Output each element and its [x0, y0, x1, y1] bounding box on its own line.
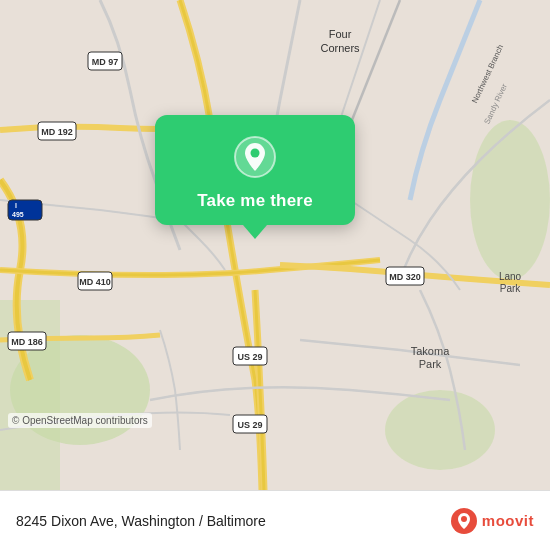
svg-text:MD 192: MD 192	[41, 127, 73, 137]
moovit-logo-icon	[450, 507, 478, 535]
navigate-popup[interactable]: Take me there	[155, 115, 355, 225]
bottom-bar: 8245 Dixon Ave, Washington / Baltimore m…	[0, 490, 550, 550]
copyright-text: © OpenStreetMap contributors	[8, 413, 152, 428]
svg-text:Park: Park	[419, 358, 442, 370]
svg-text:Takoma: Takoma	[411, 345, 450, 357]
svg-text:495: 495	[12, 211, 24, 218]
svg-text:MD 186: MD 186	[11, 337, 43, 347]
map-container[interactable]: MD 97 MD 192 MD 97 I 495 MD 410 MD 186 M…	[0, 0, 550, 490]
svg-rect-4	[0, 300, 60, 490]
svg-text:MD 97: MD 97	[92, 57, 119, 67]
svg-point-35	[461, 516, 467, 522]
moovit-text: moovit	[482, 512, 534, 529]
svg-text:I: I	[15, 202, 17, 209]
svg-text:US 29: US 29	[237, 420, 262, 430]
svg-text:MD 410: MD 410	[79, 277, 111, 287]
svg-point-33	[251, 149, 260, 158]
address-text: 8245 Dixon Ave, Washington / Baltimore	[16, 513, 450, 529]
svg-text:MD 320: MD 320	[389, 272, 421, 282]
take-me-there-button[interactable]: Take me there	[197, 191, 313, 211]
moovit-logo: moovit	[450, 507, 534, 535]
svg-text:Corners: Corners	[320, 42, 360, 54]
svg-point-2	[470, 120, 550, 280]
svg-text:Four: Four	[329, 28, 352, 40]
svg-text:Park: Park	[500, 283, 522, 294]
svg-text:Lano: Lano	[499, 271, 522, 282]
location-pin-icon	[231, 133, 279, 181]
svg-point-3	[385, 390, 495, 470]
svg-text:US 29: US 29	[237, 352, 262, 362]
